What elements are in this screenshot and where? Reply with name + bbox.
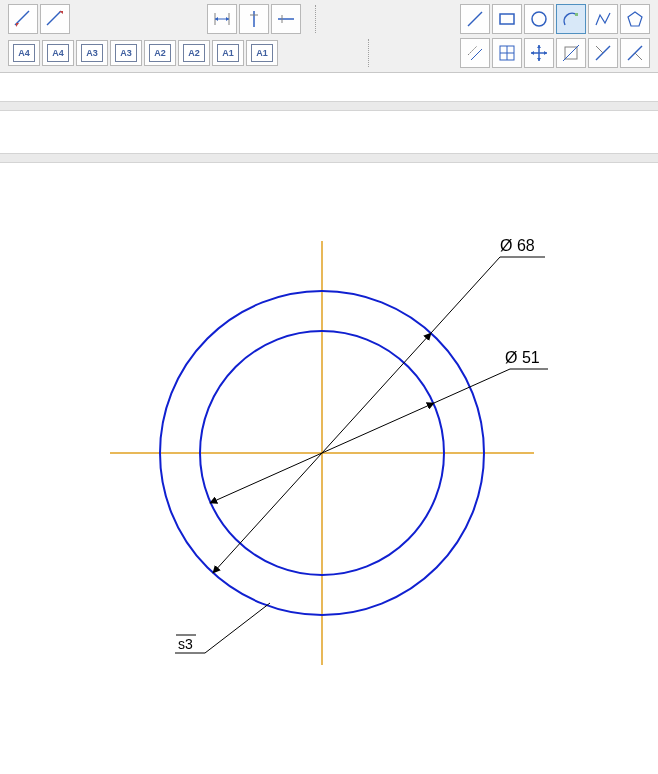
svg-rect-12 [575,13,578,16]
line-icon [465,9,485,29]
polyline-icon [593,9,613,29]
arc-button[interactable] [556,4,586,34]
tool-group-shapes [460,4,650,34]
polygon-icon [625,9,645,29]
svg-line-32 [434,369,510,403]
paper-label: A3 [81,44,103,62]
tool-group-papers: A4 A4 A3 A3 A2 A2 A1 A1 [8,40,278,66]
toolbar: A4 A4 A3 A3 A2 A2 A1 A1 [0,0,658,73]
surface-label: s3 [178,636,193,652]
dim-edit-1-button[interactable] [8,4,38,34]
panel-divider-2 [0,153,658,163]
paper-label: A4 [13,44,35,62]
toolbar-row-2: A4 A4 A3 A3 A2 A2 A1 A1 [8,38,650,68]
move-icon [529,43,549,63]
paper-a4-landscape-button[interactable]: A4 [42,40,74,66]
dim-style-c-button[interactable] [271,4,301,34]
tool-group-dim-style [207,4,301,34]
svg-line-29 [431,257,500,333]
separator [315,5,317,33]
dim-edit-2-button[interactable] [40,4,70,34]
hatch-button[interactable] [460,38,490,68]
paper-label: A3 [115,44,137,62]
trim-1-button[interactable] [588,38,618,68]
paper-a1-landscape-button[interactable]: A1 [246,40,278,66]
dim-edit-1-icon [13,9,33,29]
trim-1-icon [593,43,613,63]
paper-a3-portrait-button[interactable]: A3 [76,40,108,66]
svg-line-13 [468,46,477,55]
panel-divider-1 [0,101,658,111]
tool-group-edit [460,38,650,68]
drawing-svg: Ø 68 Ø 51 s3 [0,163,658,743]
paper-a4-portrait-button[interactable]: A4 [8,40,40,66]
hatch-icon [465,43,485,63]
paper-a2-landscape-button[interactable]: A2 [178,40,210,66]
surface-callout: s3 [175,603,270,653]
svg-line-34 [205,603,270,653]
trim-2-icon [625,43,645,63]
paper-a2-portrait-button[interactable]: A2 [144,40,176,66]
dim-style-a-icon [212,9,232,29]
grid-icon [497,43,517,63]
trim-2-button[interactable] [620,38,650,68]
rectangle-icon [497,9,517,29]
paper-label: A1 [251,44,273,62]
arc-icon [561,9,581,29]
move-button[interactable] [524,38,554,68]
dim-style-a-button[interactable] [207,4,237,34]
rectangle-button[interactable] [492,4,522,34]
svg-line-9 [468,12,482,26]
dimension-outer: Ø 68 [213,237,545,573]
paper-label: A4 [47,44,69,62]
svg-rect-10 [500,14,514,24]
paper-label: A2 [149,44,171,62]
separator [368,39,370,67]
circle-button[interactable] [524,4,554,34]
dim-edit-2-icon [45,9,65,29]
dim-style-b-icon [244,9,264,29]
dim-style-b-button[interactable] [239,4,269,34]
dim-style-c-icon [276,9,296,29]
circle-icon [529,9,549,29]
svg-line-25 [635,53,642,60]
polyline-button[interactable] [588,4,618,34]
dimension-inner: Ø 51 [210,349,548,503]
paper-a1-portrait-button[interactable]: A1 [212,40,244,66]
paper-a3-landscape-button[interactable]: A3 [110,40,142,66]
tool-group-dim-edit [8,4,70,34]
toolbar-row-1 [8,4,650,34]
svg-line-23 [596,46,603,53]
snap-button[interactable] [556,38,586,68]
paper-label: A1 [217,44,239,62]
svg-point-11 [532,12,546,26]
line-button[interactable] [460,4,490,34]
snap-icon [561,43,581,63]
svg-line-1 [47,11,61,25]
drawing-canvas[interactable]: Ø 68 Ø 51 s3 [0,163,658,743]
svg-line-0 [15,11,29,25]
paper-label: A2 [183,44,205,62]
polygon-button[interactable] [620,4,650,34]
dim-inner-label: Ø 51 [505,349,540,366]
dim-outer-label: Ø 68 [500,237,535,254]
grid-button[interactable] [492,38,522,68]
